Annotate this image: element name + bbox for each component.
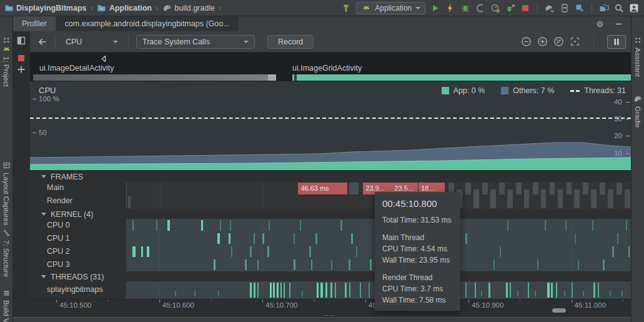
horizontal-scrollbar[interactable] [552, 308, 566, 313]
frame-bar[interactable] [490, 189, 496, 208]
frame-bar[interactable] [507, 189, 513, 208]
run-config-select[interactable]: Application [356, 2, 425, 14]
session-timeline[interactable]: ui.ImageDetailActivity ui.ImageGridActiv… [30, 53, 631, 81]
sidebar-item-gradle[interactable]: Gradle [632, 94, 644, 128]
kernel-row-label: CPU 3 [47, 260, 70, 269]
frame-bar[interactable] [600, 183, 605, 194]
frame-bar[interactable] [625, 189, 630, 208]
axis-tick [32, 99, 36, 99]
trace-config-select[interactable]: Trace System Calls [136, 35, 255, 49]
layout-captures-icon [1, 160, 11, 170]
frame-bar[interactable] [524, 189, 530, 208]
frame-bar[interactable] [541, 189, 547, 208]
thread-activity-mark [583, 291, 584, 296]
thread-activity-mark [572, 283, 573, 298]
frame-bar[interactable] [583, 183, 588, 194]
frame-bar[interactable] [567, 183, 572, 194]
kernel-activity-mark [250, 246, 252, 257]
sidebar-item-7-structure[interactable]: 7: Structure [0, 228, 12, 277]
attach-debugger-icon[interactable] [505, 3, 515, 13]
zoom-controls [521, 35, 631, 49]
frame-bar[interactable] [574, 189, 580, 208]
activity-bar-segment [294, 74, 297, 81]
breadcrumb-item[interactable]: build.gradle [174, 4, 215, 13]
frame-bar[interactable] [128, 196, 131, 208]
frame-bar[interactable] [465, 183, 471, 194]
hammer-icon[interactable] [341, 3, 351, 13]
chart-legend: App: 0 %Others: 7 %Threads: 31 [442, 86, 626, 95]
stop-icon[interactable] [520, 3, 530, 13]
project-structure-icon[interactable] [599, 3, 609, 13]
collapse-icon [41, 175, 46, 178]
axis-tick-label: 20 [614, 132, 622, 139]
activity-label: ui.ImageGridActivity [292, 64, 362, 73]
coverage-icon[interactable] [475, 3, 485, 13]
reset-zoom-icon[interactable] [553, 36, 564, 47]
zoom-to-selection-icon[interactable] [570, 36, 580, 47]
kernel-header[interactable]: KERNEL (4) [30, 209, 631, 219]
device-manager-icon[interactable] [560, 3, 570, 13]
breadcrumb-separator: › [219, 3, 221, 13]
profiler-icon[interactable] [490, 3, 500, 13]
sidebar-item-assistant[interactable]: Assistant [632, 35, 644, 77]
frame-bar[interactable] [608, 189, 613, 208]
add-session-icon[interactable] [16, 64, 26, 74]
tooltip-render-thread-title: Render Thread [382, 272, 453, 283]
frames-header[interactable]: FRAMES [30, 171, 631, 182]
thread-activity-mark [488, 283, 490, 298]
track-gridline [159, 281, 160, 299]
zoom-in-icon[interactable] [537, 36, 548, 47]
kernel-activity-mark [331, 259, 332, 270]
breadcrumb-item[interactable]: DisplayingBitmaps [16, 4, 87, 13]
tooltip-total-time: Total Time: 31.53 ms [382, 214, 453, 226]
frame-bar[interactable] [617, 183, 622, 194]
cpu-usage-chart[interactable]: CPU App: 0 %Others: 7 %Threads: 31 100 %… [30, 81, 631, 170]
frame-bar[interactable] [533, 183, 538, 194]
time-tick-label: 45:11.000 [575, 301, 606, 309]
thread-activity-mark [535, 291, 536, 296]
lightning-icon[interactable] [445, 3, 455, 13]
track-gridline [468, 281, 469, 299]
zoom-out-icon[interactable] [521, 36, 532, 47]
gradle-sync-icon[interactable] [545, 3, 555, 13]
frame-bar[interactable] [591, 189, 597, 208]
sessions-panel-icon[interactable] [16, 36, 26, 46]
pause-live-button[interactable] [607, 35, 626, 49]
hide-panel-icon[interactable] [613, 19, 623, 29]
sidebar-item-build-variants[interactable]: Build Variants [0, 288, 12, 322]
sidebar-item-1-project[interactable]: 1: Project [0, 44, 12, 87]
debug-icon[interactable] [460, 3, 470, 13]
breadcrumb: DisplayingBitmaps›Application›build.grad… [4, 3, 222, 13]
profiler-type-select[interactable]: CPU [63, 38, 121, 46]
breadcrumb-item[interactable]: Application [109, 4, 152, 13]
activity-bar-imagedetail[interactable] [33, 74, 278, 81]
frame-bar-janky[interactable]: 46.63 ms [298, 183, 347, 194]
frame-bar[interactable] [550, 183, 555, 194]
frame-bar[interactable] [499, 183, 505, 194]
record-button[interactable]: Record [267, 35, 314, 49]
module-folder-icon [97, 3, 107, 13]
frame-bar[interactable] [558, 189, 563, 208]
axis-tick-label: 50 [39, 129, 47, 136]
track-gridline [263, 182, 264, 209]
toolbar-separator [592, 3, 592, 13]
thread-activity-mark [284, 283, 285, 298]
avatar-icon[interactable] [629, 3, 639, 13]
sidebar-item-layout-captures[interactable]: Layout Captures [0, 160, 12, 225]
gear-icon[interactable] [595, 19, 605, 29]
search-icon[interactable] [614, 3, 624, 13]
activity-bar-imagegrid[interactable] [292, 74, 631, 81]
android-icon [361, 3, 371, 13]
frame-bar[interactable] [516, 183, 522, 194]
back-icon[interactable] [37, 37, 47, 47]
kernel-activity-mark [575, 233, 576, 244]
tab-profiler[interactable]: Profiler [13, 16, 56, 31]
kernel-row-label: CPU 2 [47, 247, 70, 256]
frame-bar[interactable] [482, 183, 488, 194]
sdk-manager-icon[interactable] [575, 3, 585, 13]
run-icon[interactable] [430, 3, 440, 13]
threads-header[interactable]: THREADS (31) [30, 272, 631, 281]
frame-bar[interactable] [349, 183, 359, 194]
tab-process[interactable]: com.example.android.displayingbitmaps (G… [56, 16, 239, 31]
frame-bar[interactable] [473, 189, 479, 208]
